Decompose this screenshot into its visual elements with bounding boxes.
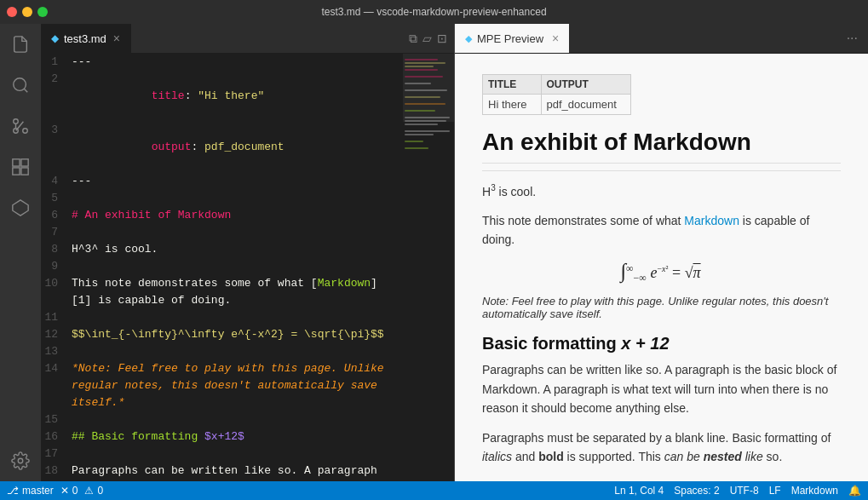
preview-more-button[interactable]: ··· bbox=[836, 24, 868, 53]
titlebar: test3.md — vscode-markdown-preview-enhan… bbox=[0, 0, 868, 24]
preview-table-header-title: TITLE bbox=[483, 75, 542, 95]
warning-count: 0 bbox=[97, 485, 103, 497]
editor-area: ◆ test3.md × ⧉ ▱ ⊡ 1 --- 2 bbox=[41, 24, 454, 481]
line-ending-label: LF bbox=[769, 485, 781, 497]
preview-para-basic1: Paragraphs can be written like so. A par… bbox=[482, 360, 841, 417]
svg-rect-8 bbox=[21, 168, 28, 175]
preview-note: Note: Feel free to play with this page. … bbox=[482, 295, 841, 320]
svg-rect-5 bbox=[13, 159, 20, 166]
preview-content[interactable]: TITLE OUTPUT Hi there pdf_document An ex… bbox=[455, 54, 868, 481]
preview-panel: ◆ MPE Preview × ··· TITLE OUTPUT bbox=[455, 24, 868, 481]
spaces-item[interactable]: Spaces: 2 bbox=[674, 485, 719, 497]
error-count: 0 bbox=[72, 485, 78, 497]
preview-markdown-link[interactable]: Markdown bbox=[684, 214, 739, 227]
editor-line: 3 output: pdf_document bbox=[41, 122, 403, 173]
line-ending-item[interactable]: LF bbox=[769, 485, 781, 497]
preview-tab-icon: ◆ bbox=[465, 33, 472, 44]
preview-h3-text: H bbox=[482, 185, 491, 198]
view-split-icon[interactable]: ▱ bbox=[423, 32, 432, 45]
editor-line: 5 bbox=[41, 190, 403, 207]
statusbar-right: Ln 1, Col 4 Spaces: 2 UTF-8 LF Markdown … bbox=[614, 485, 861, 497]
editor-line: 8 H^3^ is cool. bbox=[41, 241, 403, 258]
editor-line: 7 bbox=[41, 224, 403, 241]
search-icon[interactable] bbox=[7, 72, 34, 99]
files-icon[interactable] bbox=[7, 31, 34, 58]
editor-line: 13 bbox=[41, 343, 403, 360]
preview-h3-rest: is cool. bbox=[496, 185, 536, 198]
preview-separator bbox=[482, 170, 841, 171]
preview-math-block: ∫∞−∞ e−x² = √π bbox=[482, 260, 841, 285]
tab-test3md[interactable]: ◆ test3.md × bbox=[41, 24, 131, 53]
warning-icon: ⚠ bbox=[84, 485, 94, 497]
preview-tab-mpe[interactable]: ◆ MPE Preview × bbox=[455, 24, 569, 53]
main-area: ◆ test3.md × ⧉ ▱ ⊡ 1 --- 2 bbox=[0, 24, 868, 481]
svg-line-1 bbox=[24, 89, 27, 92]
svg-marker-9 bbox=[13, 200, 28, 216]
preview-heading2: Basic formatting x + 12 bbox=[482, 334, 841, 353]
preview-table-header-output: OUTPUT bbox=[541, 75, 630, 95]
remote-icon[interactable] bbox=[7, 194, 34, 221]
more-icon: ··· bbox=[847, 31, 858, 46]
cursor-position: Ln 1, Col 4 bbox=[614, 485, 664, 497]
window-title: test3.md — vscode-markdown-preview-enhan… bbox=[321, 6, 546, 18]
editor-line: 11 bbox=[41, 309, 403, 326]
bell-icon: 🔔 bbox=[848, 485, 861, 497]
minimize-button[interactable] bbox=[22, 7, 32, 17]
tab-icon: ◆ bbox=[51, 32, 59, 44]
editor-content[interactable]: 1 --- 2 title: "Hi there" 3 output: pdf_… bbox=[41, 54, 403, 481]
preview-tab-close[interactable]: × bbox=[552, 32, 559, 45]
traffic-lights bbox=[7, 7, 48, 17]
activity-bar bbox=[0, 24, 41, 481]
svg-rect-7 bbox=[13, 168, 20, 175]
preview-heading1: An exhibit of Markdown bbox=[482, 129, 841, 164]
editor-line: 2 title: "Hi there" bbox=[41, 71, 403, 122]
close-button[interactable] bbox=[7, 7, 17, 17]
editor-line: 14 *Note: Feel free to play with this pa… bbox=[41, 360, 403, 411]
editor-line: 1 --- bbox=[41, 54, 403, 71]
svg-point-10 bbox=[18, 458, 23, 463]
cursor-position-item[interactable]: Ln 1, Col 4 bbox=[614, 485, 664, 497]
editor-line: 10 This note demonstrates some of what [… bbox=[41, 275, 403, 309]
settings-icon[interactable] bbox=[7, 447, 34, 474]
error-icon: ✕ bbox=[60, 485, 69, 497]
tab-label: test3.md bbox=[64, 32, 106, 45]
editor-line: 18 Paragraphs can be written like so. A … bbox=[41, 463, 403, 481]
git-branch-icon: ⎇ bbox=[7, 485, 19, 497]
extensions-icon[interactable] bbox=[7, 153, 34, 181]
preview-tab-label: MPE Preview bbox=[477, 32, 543, 45]
preview-tabbar: ◆ MPE Preview × ··· bbox=[455, 24, 868, 54]
tab-close-button[interactable]: × bbox=[113, 32, 120, 45]
editor-tabbar: ◆ test3.md × ⧉ ▱ ⊡ bbox=[41, 24, 454, 54]
source-control-icon[interactable] bbox=[7, 112, 34, 140]
editor-line: 12 $$\int_{-\infty}^\infty e^{-x^2} = \s… bbox=[41, 326, 403, 343]
svg-point-3 bbox=[14, 119, 19, 124]
preview-superscript-para: H3 is cool. bbox=[482, 181, 841, 201]
statusbar-left: ⎇ master ✕ 0 ⚠ 0 bbox=[7, 485, 103, 497]
errors-item[interactable]: ✕ 0 ⚠ 0 bbox=[60, 485, 103, 497]
maximize-button[interactable] bbox=[37, 7, 48, 17]
spaces-label: Spaces: 2 bbox=[674, 485, 719, 497]
preview-para-basic2: Paragraphs must be separated by a blank … bbox=[482, 428, 841, 467]
language-item[interactable]: Markdown bbox=[791, 485, 838, 497]
preview-table-cell-output: pdf_document bbox=[541, 95, 630, 115]
preview-h2-math: x + 12 bbox=[621, 334, 669, 353]
git-branch-label: master bbox=[22, 485, 54, 497]
notifications-icon[interactable]: 🔔 bbox=[848, 485, 861, 497]
editor-line: 4 --- bbox=[41, 173, 403, 190]
view-icon[interactable]: ⊡ bbox=[437, 32, 447, 45]
editor-line: 16 ## Basic formatting $x+12$ bbox=[41, 428, 403, 445]
encoding-item[interactable]: UTF-8 bbox=[730, 485, 759, 497]
preview-table-cell-title: Hi there bbox=[483, 95, 542, 115]
editor-line: 6 # An exhibit of Markdown bbox=[41, 207, 403, 224]
split-editor-icon[interactable]: ⧉ bbox=[409, 32, 417, 46]
encoding-label: UTF-8 bbox=[730, 485, 759, 497]
svg-rect-6 bbox=[21, 159, 28, 166]
preview-para1: This note demonstrates some of what Mark… bbox=[482, 211, 841, 250]
svg-point-0 bbox=[14, 78, 26, 91]
git-branch-item[interactable]: ⎇ master bbox=[7, 485, 54, 497]
preview-frontmatter-table: TITLE OUTPUT Hi there pdf_document bbox=[482, 74, 631, 115]
editor-line: 9 bbox=[41, 258, 403, 275]
editor-line: 15 bbox=[41, 411, 403, 428]
statusbar: ⎇ master ✕ 0 ⚠ 0 Ln 1, Col 4 Spaces: 2 U… bbox=[0, 481, 868, 500]
language-label: Markdown bbox=[791, 485, 838, 497]
